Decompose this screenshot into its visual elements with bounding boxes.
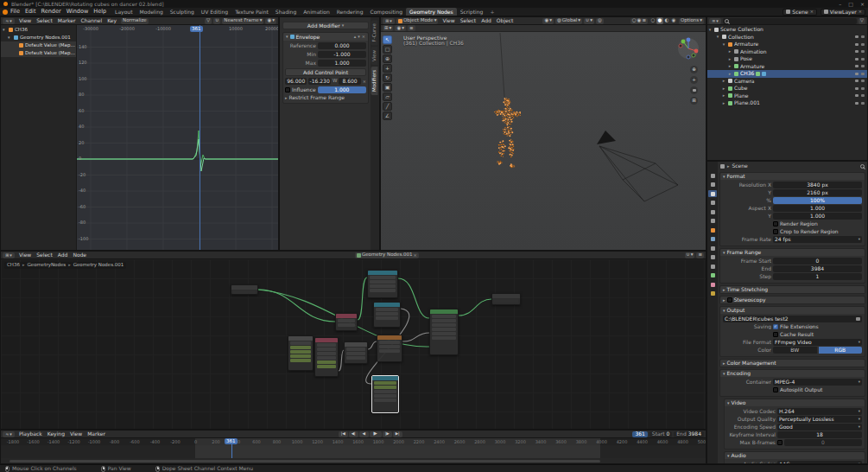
normalize-toggle[interactable]: Normalize	[121, 18, 149, 24]
delete-control-point-icon[interactable]	[363, 80, 366, 84]
properties-tab-modifiers[interactable]	[708, 236, 717, 243]
outliner-item-plane-001[interactable]: ▸Plane.001	[707, 99, 867, 107]
unlink-node-group-icon[interactable]	[414, 253, 417, 258]
video-codec-dropdown[interactable]: H.264▾	[777, 408, 862, 415]
workspace-tab-compositing[interactable]: Compositing	[366, 8, 406, 16]
tool-options-icon[interactable]	[395, 25, 406, 31]
viewport-canvas[interactable]	[381, 32, 706, 250]
proportional-editing-icon[interactable]	[596, 18, 604, 24]
properties-tab-view-layer[interactable]	[708, 200, 717, 207]
breadcrumb-ch36[interactable]: CH36	[7, 263, 20, 268]
stereoscopy-checkbox[interactable]	[727, 297, 732, 303]
control-point-frame-field[interactable]: 96.000	[285, 78, 307, 85]
step-field[interactable]: 1	[773, 273, 862, 280]
fcurve[interactable]	[77, 139, 279, 171]
add-control-point-button[interactable]: Add Control Point	[285, 68, 366, 76]
disclosure-icon[interactable]: ▾	[715, 35, 720, 39]
view-layer-selector[interactable]: ViewLayer	[820, 9, 865, 16]
disable-in-render-icon[interactable]	[861, 94, 865, 97]
disable-in-render-icon[interactable]	[861, 35, 865, 38]
panel-header-output[interactable]: ▾Output	[720, 307, 865, 314]
node-node-4[interactable]	[314, 337, 339, 377]
outliner-item-armature[interactable]: ▾Armature	[707, 41, 867, 48]
autosplit-output-checkbox[interactable]	[773, 387, 778, 392]
workspace-tab-texture-paint[interactable]: Texture Paint	[231, 8, 272, 16]
node-node-6[interactable]	[373, 302, 401, 328]
disclosure-icon[interactable]: ▸	[727, 49, 732, 54]
container-dropdown[interactable]: MPEG-4▾	[773, 379, 862, 386]
menu-keying[interactable]: Keying	[45, 431, 67, 437]
disable-in-render-icon[interactable]	[861, 58, 865, 61]
timeline-current-frame-badge[interactable]: 361	[225, 438, 238, 444]
maximize-button[interactable]: □	[848, 2, 853, 7]
editor-type-3dview-icon[interactable]	[383, 18, 395, 24]
properties-tab-object-data[interactable]	[708, 272, 717, 279]
menu-view[interactable]: View	[16, 18, 34, 23]
panel-header-video[interactable]: ▾Video	[725, 399, 865, 406]
color-mode-rgb[interactable]: RGB	[819, 347, 863, 354]
tool-cursor[interactable]: ⊕	[383, 54, 392, 63]
view-layer-unlink-icon[interactable]	[858, 10, 862, 14]
jump-to-next-keyframe-button[interactable]: |▶	[383, 431, 392, 437]
frame-rate-dropdown[interactable]: 24 fps▾	[773, 236, 862, 243]
crop-to-render-region-checkbox[interactable]	[773, 229, 778, 234]
properties-tab-tool[interactable]	[708, 172, 717, 179]
disclosure-icon[interactable]: ▸	[721, 101, 726, 105]
node-node-7[interactable]	[377, 335, 402, 362]
y-field[interactable]: 1.000	[773, 213, 862, 220]
menu-marker[interactable]: Marker	[85, 431, 108, 437]
node-group-output-9[interactable]	[491, 293, 521, 305]
select-mode-icon[interactable]	[383, 25, 393, 31]
tool-transform[interactable]: ▱	[383, 92, 392, 101]
disclosure-icon[interactable]	[286, 35, 288, 39]
node-node-5[interactable]	[344, 341, 368, 364]
aspect-x-field[interactable]: 1.000	[773, 205, 862, 212]
end-field[interactable]: 3984	[773, 265, 862, 272]
node-node-2[interactable]	[335, 313, 358, 331]
properties-tab-texture[interactable]	[708, 290, 717, 297]
hide-in-viewport-icon[interactable]	[855, 73, 858, 75]
modifier-name[interactable]: Envelope	[296, 35, 320, 40]
node-group-input-0[interactable]	[231, 284, 258, 295]
breadcrumb-geometrynodes[interactable]: GeometryNodes	[28, 263, 67, 268]
panel-header-format[interactable]: ▾Format	[720, 173, 865, 180]
outliner-item-scene-collection[interactable]: ▾ Scene Collection	[707, 26, 867, 34]
hide-in-viewport-icon[interactable]	[855, 94, 858, 97]
jump-to-start-button[interactable]: |◀	[339, 431, 348, 437]
tool-measure[interactable]: ∠	[383, 112, 392, 120]
disclosure-icon[interactable]: ▾	[707, 28, 713, 32]
menu-help[interactable]: Help	[91, 9, 109, 15]
influence-slider[interactable]: 1.000	[318, 86, 366, 93]
disclosure-icon[interactable]: ▸	[727, 57, 732, 61]
axis-x-handle[interactable]	[694, 49, 699, 54]
mode-dropdown[interactable]: Object Mode	[396, 18, 438, 24]
tool-rotate[interactable]: ↻	[383, 73, 392, 82]
properties-tab-material[interactable]	[708, 281, 717, 288]
tool-tweak[interactable]: ↖	[383, 35, 392, 44]
tool-select-box[interactable]: ▢	[383, 45, 392, 54]
sidebar-tab-view[interactable]: View	[371, 47, 378, 65]
shading-wireframe-icon[interactable]: ○	[649, 17, 656, 24]
add-modifier-button[interactable]: Add Modifier	[282, 22, 369, 29]
disable-in-render-icon[interactable]	[861, 102, 865, 105]
menu-view[interactable]: View	[16, 252, 34, 258]
shading-solid-icon[interactable]: ●	[656, 17, 663, 24]
jump-to-prev-keyframe-button[interactable]: ◀|	[349, 431, 358, 437]
restrict-frame-range-row[interactable]: Restrict Frame Range	[285, 95, 366, 100]
-slider[interactable]: 100%	[773, 197, 862, 204]
outliner-item-pose[interactable]: ▸Pose	[707, 55, 867, 63]
editor-type-timeline-icon[interactable]	[3, 431, 15, 437]
toggle-perspective-icon[interactable]	[690, 97, 698, 105]
menu-view[interactable]: View	[67, 431, 85, 437]
properties-tab-render[interactable]	[708, 182, 717, 188]
node-snapping-icon[interactable]	[685, 252, 695, 258]
move-up-icon[interactable]	[354, 35, 357, 39]
disclosure-icon[interactable]: ▸	[721, 79, 726, 83]
influence-checkbox[interactable]	[285, 87, 290, 92]
outliner-filter-icon[interactable]	[858, 18, 865, 24]
menu-add[interactable]: Add	[478, 18, 494, 23]
render-region-checkbox[interactable]	[773, 221, 778, 226]
delete-modifier-icon[interactable]	[362, 35, 365, 39]
menu-edit[interactable]: Edit	[22, 9, 39, 15]
hide-in-viewport-icon[interactable]	[855, 80, 858, 82]
